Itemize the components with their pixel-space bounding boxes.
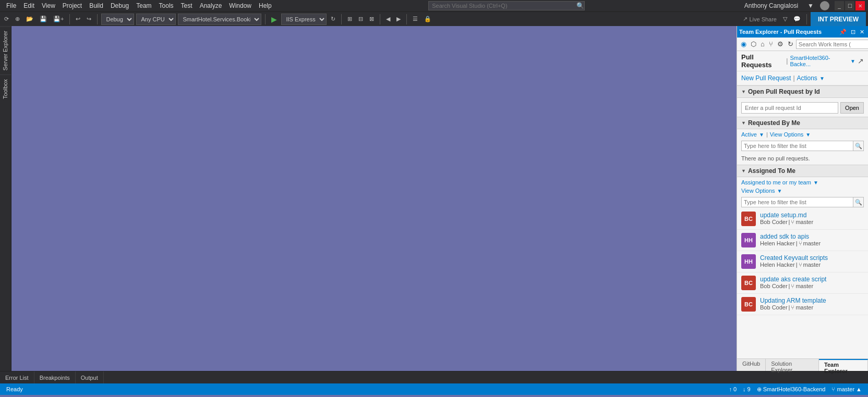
status-branch[interactable]: ⑂ master ▲	[829, 386, 864, 393]
toolbar-back-btn[interactable]: ⟳	[2, 14, 11, 25]
atm-view-options-link[interactable]: View Options	[741, 188, 775, 194]
nav-forward[interactable]: ▶	[394, 14, 403, 25]
toolbar-redo-btn[interactable]: ↪	[85, 14, 93, 25]
live-share-btn[interactable]: ↗ Live Share	[741, 14, 779, 25]
up-arrow-icon: ↑	[729, 386, 732, 392]
menu-view[interactable]: View	[39, 1, 58, 10]
rbm-filter-input[interactable]	[741, 141, 853, 151]
menu-project[interactable]: Project	[59, 1, 85, 10]
te-refresh-btn[interactable]: ↻	[786, 40, 795, 48]
tb-extra2[interactable]: ⊟	[356, 14, 365, 25]
tb-extra1[interactable]: ⊞	[345, 14, 354, 25]
te-search-input[interactable]	[796, 40, 868, 49]
status-down[interactable]: ↓ 9	[741, 386, 753, 393]
toolbar-new-btn[interactable]: ⊕	[13, 14, 22, 25]
atm-filter-search-btn[interactable]: 🔍	[853, 197, 864, 207]
pr-list-item[interactable]: BC update aks create script Bob Coder | …	[737, 272, 868, 294]
sidebar-server-explorer[interactable]: Server Explorer	[0, 26, 11, 75]
bottom-tab-output[interactable]: Output	[76, 371, 104, 383]
te-settings-btn[interactable]: ⚙	[776, 40, 785, 48]
pr-sep: |	[789, 304, 790, 311]
toolbar-undo-btn[interactable]: ↩	[74, 14, 82, 25]
te-tab-team-explorer[interactable]: Team Explorer	[819, 359, 868, 371]
toolbar-save-btn[interactable]: 💾	[38, 14, 49, 25]
minimize-button[interactable]: _	[835, 1, 844, 10]
te-float-btn[interactable]: ⊡	[849, 29, 857, 35]
iis-config-dropdown[interactable]: IIS Express	[281, 14, 327, 25]
status-ready: Ready	[4, 386, 25, 392]
te-close-btn[interactable]: ✕	[858, 29, 866, 35]
menu-team[interactable]: Team	[133, 1, 154, 10]
new-pr-link[interactable]: New Pull Request	[741, 75, 791, 82]
user-dropdown-icon[interactable]: ▼	[804, 1, 817, 10]
te-branch-btn[interactable]: ⑂	[767, 40, 775, 48]
toolbar-save-all-btn[interactable]: 💾+	[51, 14, 66, 25]
te-tab-solution-explorer[interactable]: Solution Explorer	[766, 359, 819, 371]
pr-list-item[interactable]: HH Created Keyvault scripts Helen Hacker…	[737, 251, 868, 272]
branch-icon: ⑂	[799, 262, 802, 268]
pr-branch: master	[795, 283, 813, 289]
sidebar-toolbox[interactable]: Toolbox	[0, 75, 11, 103]
pr-list-item[interactable]: BC update setup.md Bob Coder | ⑂ master	[737, 208, 868, 230]
pr-list-item[interactable]: BC Updating ARM template Bob Coder | ⑂ m…	[737, 294, 868, 315]
atm-assigned-link[interactable]: Assigned to me or my team	[741, 179, 811, 185]
open-pr-button[interactable]: Open	[840, 102, 864, 114]
pr-meta: Bob Coder | ⑂ master	[760, 219, 864, 225]
open-pr-input[interactable]	[741, 102, 838, 114]
nav-back[interactable]: ◀	[384, 14, 392, 25]
search-input[interactable]	[428, 1, 585, 10]
bottom-tab-breakpoints[interactable]: Breakpoints	[34, 371, 76, 383]
rbm-active-link[interactable]: Active	[741, 131, 757, 138]
avatar	[820, 1, 829, 10]
rbm-filter-search-btn[interactable]: 🔍	[853, 141, 864, 151]
rbm-view-options-link[interactable]: View Options	[770, 131, 804, 138]
menu-debug[interactable]: Debug	[107, 1, 132, 10]
menu-window[interactable]: Window	[226, 1, 255, 10]
actions-arrow-icon: ▼	[819, 76, 825, 81]
close-button[interactable]: ✕	[855, 1, 865, 10]
menu-tools[interactable]: Tools	[156, 1, 177, 10]
toolbar-open-btn[interactable]: 📂	[24, 14, 35, 25]
tb-lock1[interactable]: ☰	[411, 14, 420, 25]
search-icon[interactable]: 🔍	[573, 1, 587, 10]
tb-extra3[interactable]: ⊠	[367, 14, 376, 25]
refresh-btn[interactable]: ↻	[329, 14, 337, 25]
repo-icon: ⊕	[757, 386, 762, 393]
project-config-dropdown[interactable]: SmartHotel.Services.Bookings	[178, 14, 261, 25]
menu-edit[interactable]: Edit	[20, 1, 38, 10]
menu-build[interactable]: Build	[86, 1, 106, 10]
int-preview-button[interactable]: INT PREVIEW	[811, 12, 866, 27]
menu-test[interactable]: Test	[178, 1, 196, 10]
bottom-tab-error-list[interactable]: Error List	[0, 371, 34, 383]
status-up[interactable]: ↑ 0	[727, 386, 739, 393]
maximize-button[interactable]: ☐	[845, 1, 854, 10]
filter-btn[interactable]: ▽	[781, 14, 789, 25]
rbm-title: Requested By Me	[748, 119, 800, 127]
pr-expand-btn[interactable]: ↗	[858, 57, 864, 65]
toolbar-sep2	[97, 14, 98, 24]
pr-panel-title: Pull Requests	[741, 53, 784, 69]
te-nav-home-btn[interactable]: ⌂	[759, 40, 766, 48]
actions-link[interactable]: Actions	[797, 75, 817, 82]
feedback-btn[interactable]: 💬	[791, 14, 803, 25]
pr-repo-name[interactable]: SmartHotel360-Backe...	[790, 55, 848, 67]
pr-list-item[interactable]: HH added sdk to apis Helen Hacker | ⑂ ma…	[737, 230, 868, 251]
debug-config-dropdown[interactable]: Debug	[101, 14, 134, 25]
run-button[interactable]: ▶	[269, 14, 279, 25]
cpu-config-dropdown[interactable]: Any CPU	[136, 14, 176, 25]
te-home-btn[interactable]: ◉	[739, 40, 748, 48]
tb-lock2[interactable]: 🔒	[422, 14, 433, 25]
pr-branch: master	[803, 240, 821, 246]
pr-avatar: BC	[741, 276, 756, 290]
pr-repo-dropdown-btn[interactable]: ▼	[850, 58, 855, 64]
te-bottom-tabs: GitHub Solution Explorer Team Explorer	[737, 358, 868, 371]
menu-help[interactable]: Help	[256, 1, 275, 10]
te-tab-github[interactable]: GitHub	[737, 359, 766, 371]
te-connect-btn[interactable]: ⬡	[749, 40, 758, 48]
atm-triangle: ▼	[741, 168, 746, 173]
te-pin-btn[interactable]: 📌	[838, 29, 848, 35]
menu-file[interactable]: File	[3, 1, 19, 10]
status-repo[interactable]: ⊕ SmartHotel360-Backend	[755, 386, 828, 393]
menu-analyze[interactable]: Analyze	[197, 1, 225, 10]
atm-filter-input[interactable]	[741, 197, 853, 207]
